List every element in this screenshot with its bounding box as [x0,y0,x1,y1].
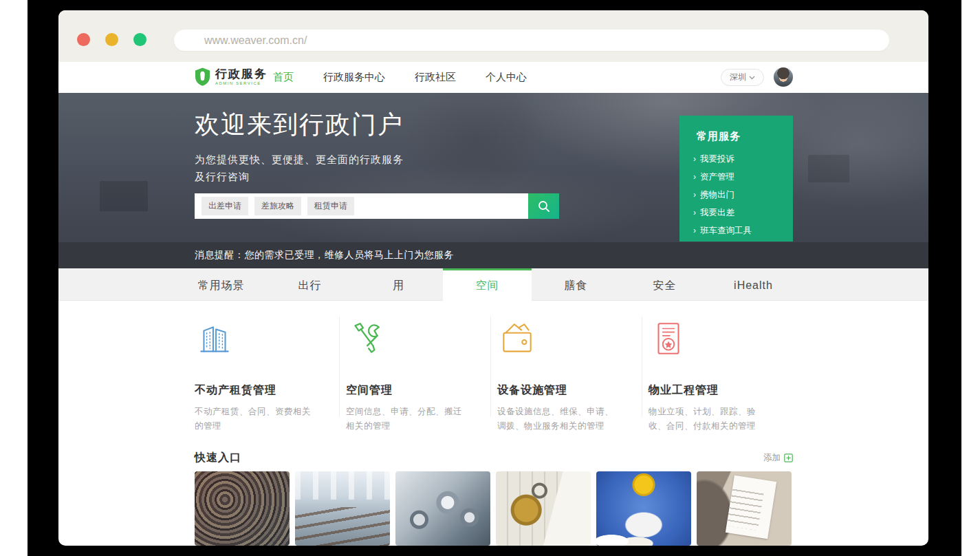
card-divider [642,317,642,416]
add-label: 添加 [763,452,781,464]
hero-search-input[interactable]: 出差申请 差旅攻略 租赁申请 [195,193,528,219]
quick-service-shuttle-query[interactable]: › 班车查询工具 [693,222,793,239]
tab-security[interactable]: 安全 [620,268,709,301]
quick-entry-photo[interactable] [697,471,792,546]
arrow-right-icon: › [693,191,696,199]
search-tag-travel-guide[interactable]: 差旅攻略 [254,197,301,215]
card-divider [490,317,491,416]
hero-banner: 欢迎来到行政门户 为您提供更快、更便捷、更全面的行政服务 及行行咨询 出差申请 … [58,93,928,242]
card-description: 空间信息、申请、分配、搬迁相关的管理 [346,405,468,433]
arrow-right-icon: › [693,173,696,181]
quick-service-asset-mgmt[interactable]: › 资产管理 [693,168,793,186]
search-tag-lease-apply[interactable]: 租赁申请 [307,197,354,215]
arrow-right-icon: › [693,208,696,217]
url-text: www.weaver.com.cn/ [174,34,307,47]
card-title: 物业工程管理 [649,383,786,398]
service-cards-section: 不动产租赁管理 不动产租赁、合同、资费相关的管理 空间管理 [58,301,928,451]
hero-subtitle-line1: 为您提供更快、更便捷、更全面的行政服务 [195,153,404,167]
quick-service-label: 资产管理 [700,171,734,183]
quick-entry-photo[interactable] [596,471,691,546]
add-quick-entry-button[interactable]: 添加 [763,452,793,464]
search-icon [537,200,551,213]
browser-chrome: www.weaver.com.cn/ [58,10,928,62]
zoom-window-button[interactable] [133,33,146,46]
card-divider [339,317,340,416]
office-photo-background [808,155,849,182]
quick-service-carry-out[interactable]: › 携物出门 [693,186,793,204]
city-label: 深圳 [730,72,746,83]
arrow-right-icon: › [693,155,696,163]
screenshot-stage: www.weaver.com.cn/ 行政服务 ADMIN SERVICE 首页… [0,0,980,556]
card-space-management[interactable]: 空间管理 空间信息、申请、分配、搬迁相关的管理 [346,319,483,433]
arrow-right-icon: › [693,226,696,235]
quick-entry-photo[interactable] [395,471,490,546]
quick-entry-header: 快速入口 添加 [58,451,928,471]
user-avatar[interactable] [774,67,793,87]
quick-entry-photo[interactable] [195,471,290,546]
card-description: 物业立项、计划、跟踪、验收、合同、付款相关的管理 [649,405,771,433]
quick-entry-photo[interactable] [496,471,591,546]
tab-use[interactable]: 用 [354,268,443,301]
tools-icon [346,319,386,359]
nav-item-home[interactable]: 首页 [273,71,294,84]
chevron-down-icon [749,76,755,80]
plus-square-icon [784,453,793,462]
main-nav: 首页 行政服务中心 行政社区 个人中心 [273,62,527,93]
quick-entry-title: 快速入口 [195,451,241,465]
card-description: 设备设施信息、维保、申请、调拨、物业服务相关的管理 [497,405,620,433]
office-photo-background [100,181,148,211]
quick-service-label: 我要出差 [700,207,734,219]
quick-entry-thumbnails [195,471,792,546]
notice-bar: 消息提醒：您的需求已受理，维修人员将马上上门为您服务 [58,242,928,268]
site-header: 行政服务 ADMIN SERVICE 首页 行政服务中心 行政社区 个人中心 深… [58,62,928,93]
quick-service-business-trip[interactable]: › 我要出差 [693,204,793,222]
card-equipment-facilities[interactable]: 设备设施管理 设备设施信息、维保、申请、调拨、物业服务相关的管理 [497,319,635,433]
nav-item-personal-center[interactable]: 个人中心 [486,71,527,84]
category-tabbar: 常用场景 出行 用 空间 膳食 安全 iHealth [58,268,928,301]
address-bar[interactable]: www.weaver.com.cn/ [174,30,889,51]
hero-subtitle-line2: 及行行咨询 [195,171,250,184]
quick-service-label: 携物出门 [700,189,734,201]
frequent-services-title: 常用服务 [697,130,793,143]
close-window-button[interactable] [77,33,90,46]
card-description: 不动产租赁、合同、资费相关的管理 [195,405,317,433]
quick-service-label: 班车查询工具 [700,225,752,237]
tab-meals[interactable]: 膳食 [532,268,620,301]
quick-entry-photo[interactable] [295,471,390,546]
category-tabs: 常用场景 出行 用 空间 膳食 安全 iHealth [177,268,798,301]
card-title: 空间管理 [346,383,483,398]
tab-ihealth[interactable]: iHealth [709,268,798,301]
city-selector[interactable]: 深圳 [721,69,764,86]
search-tag-business-trip[interactable]: 出差申请 [202,197,248,215]
logo-subtitle: ADMIN SERVICE [215,81,268,85]
tab-space[interactable]: 空间 [443,268,532,301]
logo-title: 行政服务 [215,68,268,80]
tab-common-scenes[interactable]: 常用场景 [177,268,265,301]
tab-travel[interactable]: 出行 [265,268,354,301]
minimize-window-button[interactable] [105,33,118,46]
site-logo[interactable]: 行政服务 ADMIN SERVICE [195,67,268,86]
hero-title: 欢迎来到行政门户 [195,108,404,142]
quick-service-complaint[interactable]: › 我要投诉 [693,150,793,168]
wallet-icon [497,319,537,359]
browser-window: www.weaver.com.cn/ 行政服务 ADMIN SERVICE 首页… [58,10,928,546]
notice-text: 消息提醒：您的需求已受理，维修人员将马上上门为您服务 [195,249,454,261]
card-property-engineering[interactable]: 物业工程管理 物业立项、计划、跟踪、验收、合同、付款相关的管理 [649,319,786,433]
card-title: 不动产租赁管理 [195,383,332,398]
document-star-icon [649,319,688,359]
buildings-icon [195,319,235,359]
logo-text: 行政服务 ADMIN SERVICE [215,68,268,85]
shield-logo-icon [195,67,210,86]
search-button[interactable] [528,193,559,219]
card-title: 设备设施管理 [497,383,635,398]
nav-item-admin-service-center[interactable]: 行政服务中心 [323,71,385,84]
nav-item-admin-community[interactable]: 行政社区 [415,71,456,84]
card-real-estate-lease[interactable]: 不动产租赁管理 不动产租赁、合同、资费相关的管理 [195,319,332,433]
frequent-services-panel: 常用服务 › 我要投诉 › 资产管理 › 携物出门 › 我要出差 [679,116,793,242]
quick-service-label: 我要投诉 [700,153,734,165]
